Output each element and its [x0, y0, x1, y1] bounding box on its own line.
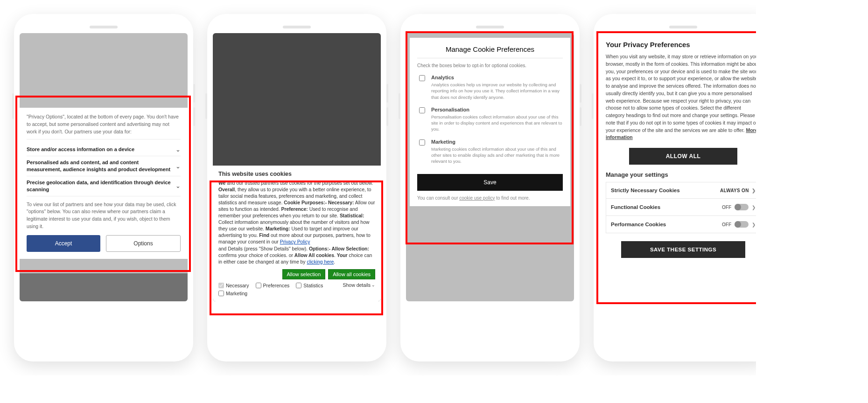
- privacy-policy-link[interactable]: Privacy Policy: [280, 239, 310, 244]
- panel-title: Your Privacy Preferences: [606, 41, 756, 49]
- banner-stub: [20, 273, 188, 301]
- screen: Manage Cookie Preferences Check the boxe…: [406, 33, 574, 301]
- accept-button[interactable]: Accept: [27, 235, 100, 252]
- toggle-switch[interactable]: [735, 221, 749, 228]
- cookie-panel: This website uses cookies We and our tru…: [213, 166, 381, 301]
- marketing-checkbox[interactable]: [419, 139, 425, 146]
- intro-text: "Privacy Options", located at the bottom…: [27, 113, 181, 139]
- speaker-icon: [669, 26, 697, 28]
- outro-text: To view our list of partners and see how…: [27, 196, 181, 235]
- statistics-checkbox[interactable]: Statistics: [296, 282, 323, 289]
- phone-mockup-1: "Privacy Options", located at the bottom…: [14, 14, 193, 361]
- personalisation-option[interactable]: PersonalisationPersonalisation cookies c…: [417, 107, 563, 132]
- cookie-categories: Necessary Preferences Statistics Show de…: [218, 282, 375, 297]
- phone-mockup-4: Your Privacy Preferences When you visit …: [594, 14, 756, 361]
- card-subtitle: Check the boxes below to opt-in for opti…: [417, 63, 563, 68]
- show-details-toggle[interactable]: Show details⌄: [343, 282, 375, 288]
- chevron-down-icon: ⌄: [371, 282, 375, 288]
- save-settings-button[interactable]: SAVE THESE SETTINGS: [621, 241, 745, 258]
- save-button[interactable]: Save: [417, 174, 563, 191]
- chevron-down-icon: ⌄: [175, 146, 181, 153]
- cookie-policy-link[interactable]: cookie use policy: [459, 195, 495, 201]
- chevron-right-icon: ❯: [752, 188, 756, 193]
- strictly-necessary-row[interactable]: Strictly Necessary Cookies ALWAYS ON❯: [606, 182, 756, 199]
- chevron-right-icon: ❯: [752, 222, 756, 227]
- allow-selection-button[interactable]: Allow selection: [282, 269, 326, 279]
- phone-mockup-3: Manage Cookie Preferences Check the boxe…: [400, 14, 580, 361]
- panel-body: We and our trusted partners use cookies …: [218, 180, 375, 265]
- manage-heading: Manage your settings: [606, 171, 756, 178]
- panel-title: This website uses cookies: [218, 170, 375, 178]
- necessary-checkbox[interactable]: Necessary: [218, 282, 249, 289]
- personalisation-checkbox[interactable]: [419, 107, 425, 113]
- allow-all-button[interactable]: ALLOW ALL: [629, 148, 737, 165]
- card-title: Manage Cookie Preferences: [417, 45, 563, 58]
- speaker-icon: [90, 26, 118, 28]
- performance-cookies-row[interactable]: Performance Cookies OFF❯: [606, 215, 756, 233]
- screen: This website uses cookies We and our tru…: [213, 33, 381, 301]
- screen: "Privacy Options", located at the bottom…: [20, 33, 188, 301]
- marketing-option[interactable]: MarketingMarketing cookies collect infor…: [417, 139, 563, 165]
- purpose-row[interactable]: Personalised ads and content, ad and con…: [27, 156, 181, 176]
- panel-body: When you visit any website, it may store…: [606, 53, 756, 141]
- phone-mockup-2: This website uses cookies We and our tru…: [207, 14, 386, 361]
- toggle-switch[interactable]: [735, 204, 749, 210]
- allow-all-button[interactable]: Allow all cookies: [328, 269, 375, 279]
- purpose-row[interactable]: Store and/or access information on a dev…: [27, 143, 181, 156]
- purpose-row[interactable]: Precise geolocation data, and identifica…: [27, 176, 181, 196]
- clicking-here-link[interactable]: clicking here: [307, 259, 334, 264]
- options-button[interactable]: Options: [106, 235, 181, 252]
- consent-sheet: "Privacy Options", located at the bottom…: [20, 108, 188, 259]
- policy-text: You can consult our cookie use policy to…: [417, 195, 563, 201]
- screen: Your Privacy Preferences When you visit …: [599, 33, 756, 301]
- analytics-option[interactable]: AnalyticsAnalytics cookies help us impro…: [417, 75, 563, 100]
- chevron-right-icon: ❯: [752, 205, 756, 210]
- marketing-checkbox[interactable]: Marketing: [218, 290, 375, 297]
- chevron-down-icon: ⌄: [175, 182, 181, 189]
- analytics-checkbox[interactable]: [419, 75, 425, 81]
- chevron-down-icon: ⌄: [175, 163, 181, 170]
- preferences-checkbox[interactable]: Preferences: [256, 282, 290, 289]
- speaker-icon: [283, 26, 311, 28]
- functional-cookies-row[interactable]: Functional Cookies OFF❯: [606, 198, 756, 216]
- speaker-icon: [476, 26, 504, 28]
- preferences-card: Manage Cookie Preferences Check the boxe…: [410, 38, 570, 206]
